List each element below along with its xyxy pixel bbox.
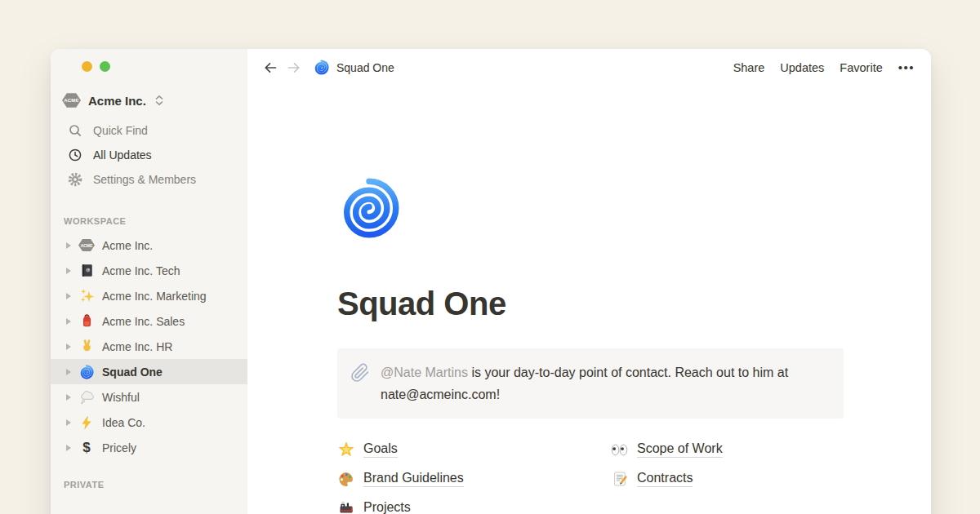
topbar: Squad One Share Updates Favorite •••	[247, 49, 931, 86]
page-content: Squad One @Nate Martins is your day-to-d…	[247, 176, 931, 514]
page-label: Idea Co.	[102, 416, 145, 429]
page-label: Acme Inc. HR	[102, 340, 172, 353]
arrow-right-icon	[286, 60, 302, 76]
private-section-label: PRIVATE	[64, 480, 247, 491]
expand-toggle-icon[interactable]	[66, 419, 71, 426]
sidebar: ACME Acme Inc. Quick Find All Upda	[51, 49, 247, 514]
page-label: Pricely	[102, 441, 136, 454]
callout-text: @Nate Martins is your day-to-day point o…	[381, 361, 822, 405]
close-window-button[interactable]	[64, 61, 74, 72]
lightning-icon	[79, 415, 94, 430]
page-label: Acme Inc. Sales	[102, 315, 185, 328]
expand-toggle-icon[interactable]	[66, 445, 71, 451]
cyclone-spiral-icon	[337, 176, 401, 240]
page-breadcrumb-icon	[313, 60, 329, 76]
breadcrumb-page-title[interactable]: Squad One	[336, 61, 394, 74]
expand-toggle-icon[interactable]	[66, 369, 71, 375]
page-link-contracts[interactable]: Contracts	[611, 471, 931, 488]
page-label: Acme Inc. Tech	[102, 264, 180, 277]
sidebar-item-all-updates[interactable]: All Updates	[51, 143, 247, 167]
eyes-icon	[611, 444, 628, 456]
gear-icon	[68, 172, 82, 187]
favorite-button[interactable]: Favorite	[840, 61, 882, 74]
minimize-window-button[interactable]	[82, 61, 92, 72]
user-mention[interactable]: @Nate Martins	[381, 366, 468, 379]
thought-cloud-icon	[79, 389, 95, 405]
page-link-goals[interactable]: Goals	[337, 441, 611, 459]
palette-icon	[337, 471, 354, 488]
expand-toggle-icon[interactable]	[66, 293, 71, 299]
page-link-projects[interactable]: Projects	[337, 500, 611, 514]
arrow-left-icon	[262, 60, 278, 76]
sparkles-icon	[79, 288, 95, 304]
expand-toggle-icon[interactable]	[66, 242, 71, 249]
sidebar-page-squad-one[interactable]: Squad One	[51, 359, 247, 384]
cyclone-spiral-icon	[79, 365, 94, 379]
expand-toggle-icon[interactable]	[66, 268, 71, 274]
expand-toggle-icon[interactable]	[66, 318, 71, 325]
expand-toggle-icon[interactable]	[66, 394, 71, 401]
page-link-scope-of-work[interactable]: Scope of Work	[611, 441, 931, 459]
backpack-icon	[79, 313, 95, 329]
page-label: Acme Inc. Marketing	[102, 290, 207, 303]
victory-hand-icon	[79, 339, 95, 354]
window-controls	[51, 49, 247, 72]
page-label: Wishful	[102, 391, 140, 404]
share-button[interactable]: Share	[733, 61, 765, 74]
back-button[interactable]	[262, 60, 278, 76]
sidebar-page-acme-marketing[interactable]: Acme Inc. Marketing	[51, 283, 247, 308]
zoom-window-button[interactable]	[100, 61, 110, 72]
star-icon	[338, 441, 354, 458]
sidebar-page-acme-hr[interactable]: Acme Inc. HR	[51, 334, 247, 359]
chevron-updown-icon	[154, 94, 165, 107]
sidebar-top-nav: Quick Find All Updates Settings & Member…	[51, 118, 247, 192]
app-window: ACME Acme Inc. Quick Find All Upda	[51, 49, 931, 514]
page-title[interactable]: Squad One	[337, 284, 931, 323]
paperclip-icon	[350, 363, 370, 383]
sidebar-page-acme-inc[interactable]: ACME Acme Inc.	[51, 233, 247, 258]
sidebar-page-acme-tech[interactable]: Acme Inc. Tech	[51, 258, 247, 283]
dollar-icon: $	[82, 441, 90, 454]
sidebar-page-wishful[interactable]: Wishful	[51, 384, 247, 410]
acme-logo-icon: ACME	[78, 238, 95, 252]
clock-icon	[68, 148, 82, 162]
locomotive-icon	[338, 500, 354, 514]
sidebar-item-settings-members[interactable]: Settings & Members	[51, 167, 247, 192]
page-link-label: Brand Guidelines	[363, 471, 464, 487]
page-link-label: Contracts	[637, 471, 693, 487]
expand-toggle-icon[interactable]	[66, 343, 71, 350]
workspace-tree: ACME Acme Inc. Acme Inc. Tech	[51, 233, 247, 460]
sidebar-item-label: Settings & Members	[93, 173, 196, 186]
page-label: Squad One	[102, 366, 163, 379]
workspace-switcher[interactable]: ACME Acme Inc.	[51, 90, 247, 111]
workspace-section-label: WORKSPACE	[64, 216, 247, 228]
updates-button[interactable]: Updates	[780, 61, 824, 74]
page-icon-cyclone[interactable]	[337, 176, 401, 240]
callout-block[interactable]: @Nate Martins is your day-to-day point o…	[337, 348, 844, 419]
memo-pencil-icon	[612, 471, 628, 487]
page-links-grid: Goals Scope of Work	[337, 435, 931, 514]
sidebar-page-acme-sales[interactable]: Acme Inc. Sales	[51, 308, 247, 334]
page-link-label: Projects	[363, 500, 411, 514]
sidebar-item-label: Quick Find	[93, 124, 148, 137]
page-link-label: Scope of Work	[637, 441, 723, 458]
page-link-brand-guidelines[interactable]: Brand Guidelines	[337, 471, 611, 488]
sidebar-item-quick-find[interactable]: Quick Find	[51, 118, 247, 143]
acme-logo-icon: ACME	[62, 92, 81, 109]
page-link-label: Goals	[363, 441, 398, 458]
sidebar-page-idea-co[interactable]: Idea Co.	[51, 410, 247, 435]
forward-button[interactable]	[286, 60, 302, 76]
workspace-switcher-label: Acme Inc.	[88, 94, 146, 108]
notebook-icon	[79, 263, 95, 278]
main-panel: Squad One Share Updates Favorite ••• Squ…	[247, 49, 931, 514]
more-options-button[interactable]: •••	[898, 60, 915, 74]
sidebar-item-label: All Updates	[93, 148, 152, 162]
page-label: Acme Inc.	[102, 239, 153, 252]
cyclone-spiral-icon	[314, 60, 329, 75]
topbar-actions: Share Updates Favorite •••	[733, 60, 915, 74]
search-icon	[68, 123, 82, 138]
sidebar-page-pricely[interactable]: $ Pricely	[51, 435, 247, 460]
